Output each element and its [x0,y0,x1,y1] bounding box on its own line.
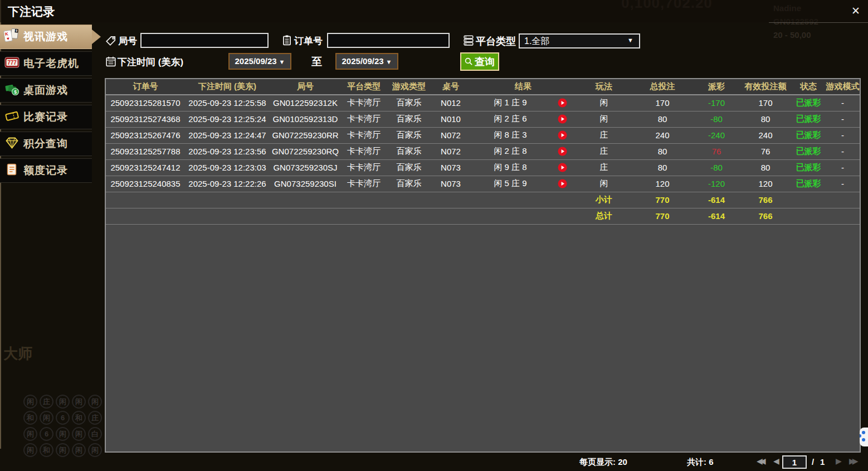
column-header: 下注时间 (美东) [185,79,270,95]
cell-total: 80 [632,143,693,159]
cell-status: 已派彩 [791,95,826,111]
cell-status: 已派彩 [791,176,826,192]
cell-result: 闲 2 庄 8 [470,143,576,159]
cell-platform: 卡卡湾厅 [341,143,387,159]
sidebar-item-label: 桌面游戏 [23,83,68,98]
cell-table_no: N073 [431,159,470,176]
column-header: 平台类型 [341,79,387,95]
sidebar-item-5[interactable]: 额度记录 [0,158,92,183]
cell-order: 250923125240835 [106,176,185,192]
sidebar-item-0[interactable]: 9K♥视讯游戏 [0,25,92,49]
cell-result: 闲 1 庄 9 [470,95,576,111]
cell-platform: 卡卡湾厅 [341,159,387,176]
sidebar-item-4[interactable]: 积分查询 [0,132,92,156]
replay-button[interactable] [558,179,567,188]
bet-time-label: 下注时间 (美东) [118,56,183,69]
cell-play: 庄 [576,127,632,143]
filter-bar: 局号 订单号 平台类型 1.全部 ▼ [92,22,868,78]
table-row: 2509231252743682025-09-23 12:25:24GN0102… [106,111,860,127]
tag-icon [105,35,116,46]
date-to-value: 2025/09/23 [342,56,384,66]
slot-777-icon: 777 [0,56,23,71]
cell-mode: - [826,127,860,143]
platform-type-icon [463,35,474,46]
order-no-label: 订单号 [294,35,323,47]
table-row: 2509231252474122025-09-23 12:23:03GN0732… [106,159,860,176]
sidebar-item-label: 视讯游戏 [23,30,68,44]
cell-payout: -120 [693,176,740,192]
cell-payout: -170 [693,95,740,111]
summary-payout: -614 [693,208,740,224]
next-page-icon[interactable]: ▶ [836,457,842,465]
svg-text:777: 777 [7,60,17,66]
table-row: 2509231252815702025-09-23 12:25:58GN0122… [106,95,860,111]
cell-round: GN073259230SI [270,176,341,192]
cell-round: GN0122592312K [270,95,341,111]
column-header: 局号 [270,79,341,95]
date-to-picker[interactable]: 2025/09/23▼ [335,53,398,70]
search-icon [465,57,473,66]
cell-status: 已派彩 [791,111,826,127]
cell-mode: - [826,111,860,127]
platform-type-select[interactable]: 1.全部 ▼ [519,33,640,48]
platform-type-label: 平台类型 [476,35,516,48]
cell-valid: 76 [740,143,791,159]
order-no-input[interactable] [327,33,450,48]
round-no-input[interactable] [140,33,269,48]
sidebar-item-label: 比赛记录 [23,110,68,124]
sidebar-item-1[interactable]: 777电子老虎机 [0,51,92,76]
floating-widget-handle[interactable] [860,428,868,446]
replay-button[interactable] [558,163,567,172]
cell-total: 170 [632,95,693,111]
summary-empty [791,192,826,208]
close-icon[interactable]: ✕ [851,6,860,17]
cell-valid: 120 [740,176,791,192]
page-separator: / [812,457,814,467]
cell-order: 250923125267476 [106,127,185,143]
sidebar-item-label: 电子老虎机 [23,56,79,71]
betting-records-modal: 0,100,702.20 NadineGN012259220 - 50,00 大… [0,0,868,471]
cell-play: 庄 [576,143,632,159]
diamond-icon [0,136,23,152]
table-header-row: 订单号下注时间 (美东)局号平台类型游戏类型桌号结果玩法总投注派彩有效投注额状态… [106,79,860,95]
page-number-input[interactable] [782,455,807,469]
cell-mode: - [826,159,860,176]
cell-play: 庄 [576,159,632,176]
sidebar-item-3[interactable]: 比赛记录 [0,105,92,129]
cell-play: 闲 [576,176,632,192]
cell-status: 已派彩 [791,127,826,143]
table-games-icon: $ [0,82,23,98]
cell-time: 2025-09-23 12:25:58 [185,95,270,111]
table-row: 2509231252408352025-09-23 12:22:26GN0732… [106,176,860,192]
replay-button[interactable] [558,98,567,108]
chevron-down-icon: ▼ [627,37,633,43]
cell-platform: 卡卡湾厅 [341,127,387,143]
cell-valid: 80 [740,159,791,176]
replay-button[interactable] [558,130,567,140]
document-icon [0,163,23,178]
replay-button[interactable] [558,147,567,156]
query-button-label: 查询 [475,55,495,69]
cell-mode: - [826,95,860,111]
cell-result: 闲 2 庄 6 [470,111,576,127]
replay-button[interactable] [558,114,567,124]
cell-total: 80 [632,111,693,127]
first-page-icon[interactable]: ◀◀ [757,457,766,465]
date-from-picker[interactable]: 2025/09/23▼ [228,53,291,70]
summary-label: 小计 [576,192,632,208]
cell-table_no: N072 [431,127,470,143]
sidebar-item-2[interactable]: $桌面游戏 [0,78,92,103]
cell-game: 百家乐 [387,176,431,192]
cell-table_no: N012 [431,95,470,111]
total-count-label: 共计: 6 [687,457,714,468]
cell-mode: - [826,143,860,159]
query-button[interactable]: 查询 [460,52,499,71]
prev-page-icon[interactable]: ◀ [773,457,779,465]
cell-round: GN072259230RQ [270,143,341,159]
cell-round: GN073259230SJ [270,159,341,176]
cell-play: 闲 [576,111,632,127]
last-page-icon[interactable]: ▶▶ [849,457,859,465]
records-table: 订单号下注时间 (美东)局号平台类型游戏类型桌号结果玩法总投注派彩有效投注额状态… [105,78,861,453]
summary-total: 770 [632,192,693,208]
clipboard-icon [281,35,292,46]
